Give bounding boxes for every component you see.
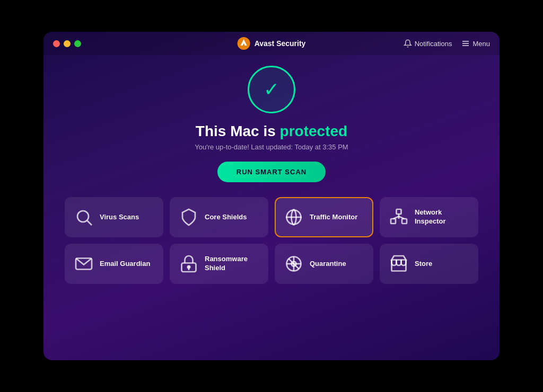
card-core-shields[interactable]: Core Shields: [170, 197, 268, 237]
titlebar-center: Avast Security: [238, 37, 306, 50]
ransomware-icon: [179, 254, 198, 273]
status-subtitle: You're up-to-date! Last updated: Today a…: [195, 143, 348, 151]
svg-line-11: [393, 217, 399, 219]
card-quarantine[interactable]: Quarantine: [275, 244, 373, 284]
card-network-inspector-label: Network Inspector: [415, 208, 469, 226]
svg-line-5: [87, 221, 92, 225]
svg-point-4: [77, 211, 89, 222]
notifications-button[interactable]: Notifications: [404, 39, 452, 48]
bell-icon: [404, 39, 412, 48]
card-quarantine-label: Quarantine: [310, 260, 346, 269]
traffic-lights: [53, 40, 81, 47]
card-store[interactable]: Store: [380, 244, 478, 284]
card-virus-scans-label: Virus Scans: [100, 213, 139, 222]
network-icon: [389, 208, 408, 227]
status-title: This Mac is protected: [196, 123, 347, 140]
titlebar: Avast Security Notifications Menu: [43, 32, 500, 55]
maximize-button[interactable]: [74, 40, 81, 47]
app-window: Avast Security Notifications Menu: [43, 32, 500, 360]
menu-button[interactable]: Menu: [461, 39, 490, 48]
card-ransomware-shield[interactable]: Ransomware Shield: [170, 244, 268, 284]
minimize-button[interactable]: [64, 40, 71, 47]
main-content: ✓ This Mac is protected You're up-to-dat…: [43, 55, 500, 300]
store-icon: [389, 254, 408, 273]
globe-icon: [284, 208, 303, 227]
hamburger-icon: [461, 39, 470, 48]
titlebar-right: Notifications Menu: [404, 39, 490, 48]
svg-rect-7: [391, 219, 396, 224]
card-email-guardian-label: Email Guardian: [100, 260, 150, 269]
avast-logo-icon: [238, 37, 250, 50]
search-icon: [74, 208, 93, 227]
card-traffic-monitor[interactable]: Traffic Monitor: [275, 197, 373, 237]
shield-icon: [179, 208, 198, 227]
card-core-shields-label: Core Shields: [205, 213, 247, 222]
email-icon: [74, 254, 93, 273]
status-circle: ✓: [248, 66, 295, 113]
svg-rect-9: [402, 219, 407, 224]
run-smart-scan-button[interactable]: RUN SMART SCAN: [217, 162, 326, 182]
card-traffic-monitor-label: Traffic Monitor: [310, 213, 357, 222]
checkmark-icon: ✓: [264, 80, 279, 99]
svg-point-0: [238, 37, 250, 50]
svg-point-15: [188, 266, 190, 269]
card-ransomware-shield-label: Ransomware Shield: [205, 255, 259, 273]
card-network-inspector[interactable]: Network Inspector: [380, 197, 478, 237]
close-button[interactable]: [53, 40, 60, 47]
card-email-guardian[interactable]: Email Guardian: [65, 244, 163, 284]
card-store-label: Store: [415, 260, 432, 269]
svg-rect-8: [397, 209, 401, 214]
app-title: Avast Security: [255, 39, 306, 48]
svg-line-12: [399, 217, 405, 219]
quarantine-icon: [284, 254, 303, 273]
card-virus-scans[interactable]: Virus Scans: [65, 197, 163, 237]
feature-grid: Virus Scans Core Shields Traffic Monitor: [65, 197, 478, 284]
